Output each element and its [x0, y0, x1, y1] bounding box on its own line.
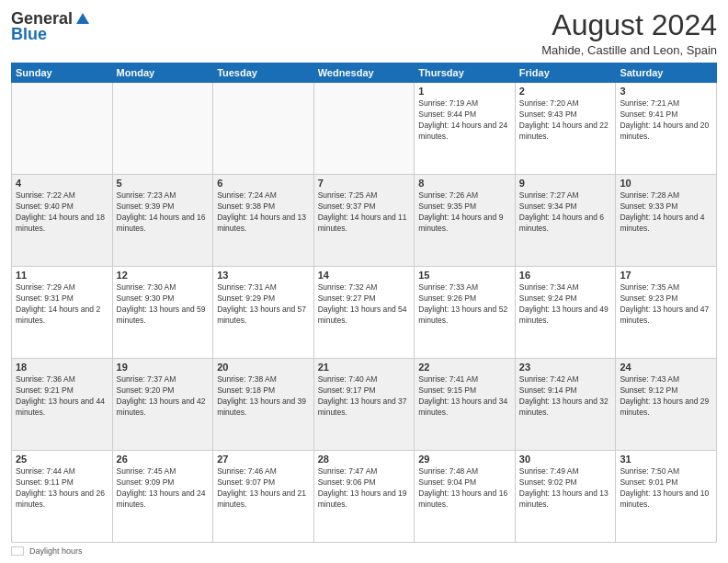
day-number: 26: [117, 454, 210, 465]
calendar-cell: 3Sunrise: 7:21 AMSunset: 9:41 PMDaylight…: [616, 83, 717, 175]
day-info: Sunrise: 7:26 AMSunset: 9:35 PMDaylight:…: [418, 190, 511, 235]
calendar-cell: [12, 83, 113, 175]
day-number: 8: [418, 178, 511, 189]
calendar-cell: 26Sunrise: 7:45 AMSunset: 9:09 PMDayligh…: [112, 451, 213, 543]
day-number: 7: [318, 178, 411, 189]
day-info: Sunrise: 7:48 AMSunset: 9:04 PMDaylight:…: [418, 466, 511, 511]
logo-blue-text: Blue: [11, 25, 47, 44]
day-header-thursday: Thursday: [415, 63, 516, 83]
footer-box: [11, 546, 24, 556]
svg-marker-0: [76, 13, 89, 24]
calendar-cell: 16Sunrise: 7:34 AMSunset: 9:24 PMDayligh…: [515, 267, 616, 359]
day-info: Sunrise: 7:49 AMSunset: 9:02 PMDaylight:…: [519, 466, 612, 511]
day-info: Sunrise: 7:43 AMSunset: 9:12 PMDaylight:…: [620, 374, 712, 419]
calendar-cell: 9Sunrise: 7:27 AMSunset: 9:34 PMDaylight…: [515, 175, 616, 267]
calendar-cell: 23Sunrise: 7:42 AMSunset: 9:14 PMDayligh…: [515, 359, 616, 451]
day-number: 1: [418, 86, 511, 97]
day-info: Sunrise: 7:27 AMSunset: 9:34 PMDaylight:…: [519, 190, 612, 235]
header-row: SundayMondayTuesdayWednesdayThursdayFrid…: [12, 63, 717, 83]
calendar-cell: 30Sunrise: 7:49 AMSunset: 9:02 PMDayligh…: [515, 451, 616, 543]
day-header-wednesday: Wednesday: [313, 63, 415, 83]
footer: Daylight hours: [11, 546, 717, 556]
calendar-cell: [112, 83, 213, 175]
calendar-cell: 24Sunrise: 7:43 AMSunset: 9:12 PMDayligh…: [616, 359, 717, 451]
calendar-cell: 4Sunrise: 7:22 AMSunset: 9:40 PMDaylight…: [12, 175, 113, 267]
calendar-cell: 15Sunrise: 7:33 AMSunset: 9:26 PMDayligh…: [415, 267, 516, 359]
day-header-monday: Monday: [112, 63, 213, 83]
day-info: Sunrise: 7:34 AMSunset: 9:24 PMDaylight:…: [519, 282, 612, 327]
calendar-cell: 10Sunrise: 7:28 AMSunset: 9:33 PMDayligh…: [616, 175, 717, 267]
day-info: Sunrise: 7:46 AMSunset: 9:07 PMDaylight:…: [217, 466, 310, 511]
day-number: 29: [418, 454, 511, 465]
day-number: 10: [620, 178, 712, 189]
calendar-cell: 12Sunrise: 7:30 AMSunset: 9:30 PMDayligh…: [112, 267, 213, 359]
day-header-tuesday: Tuesday: [213, 63, 314, 83]
calendar-cell: 22Sunrise: 7:41 AMSunset: 9:15 PMDayligh…: [415, 359, 516, 451]
calendar-week-row: 4Sunrise: 7:22 AMSunset: 9:40 PMDaylight…: [12, 175, 717, 267]
day-info: Sunrise: 7:22 AMSunset: 9:40 PMDaylight:…: [16, 190, 108, 235]
day-number: 31: [620, 454, 712, 465]
calendar-week-row: 1Sunrise: 7:19 AMSunset: 9:44 PMDaylight…: [12, 83, 717, 175]
day-number: 21: [318, 362, 411, 373]
day-number: 27: [217, 454, 310, 465]
day-number: 15: [418, 270, 511, 281]
day-header-friday: Friday: [515, 63, 616, 83]
day-info: Sunrise: 7:42 AMSunset: 9:14 PMDaylight:…: [519, 374, 612, 419]
calendar-cell: 2Sunrise: 7:20 AMSunset: 9:43 PMDaylight…: [515, 83, 616, 175]
calendar-cell: 13Sunrise: 7:31 AMSunset: 9:29 PMDayligh…: [213, 267, 314, 359]
day-info: Sunrise: 7:44 AMSunset: 9:11 PMDaylight:…: [16, 466, 108, 511]
day-number: 25: [16, 454, 108, 465]
calendar-cell: 7Sunrise: 7:25 AMSunset: 9:37 PMDaylight…: [313, 175, 415, 267]
calendar-cell: 17Sunrise: 7:35 AMSunset: 9:23 PMDayligh…: [616, 267, 717, 359]
day-number: 16: [519, 270, 612, 281]
day-info: Sunrise: 7:47 AMSunset: 9:06 PMDaylight:…: [318, 466, 411, 511]
day-number: 3: [620, 86, 712, 97]
calendar-cell: 14Sunrise: 7:32 AMSunset: 9:27 PMDayligh…: [313, 267, 415, 359]
calendar-cell: 6Sunrise: 7:24 AMSunset: 9:38 PMDaylight…: [213, 175, 314, 267]
day-info: Sunrise: 7:40 AMSunset: 9:17 PMDaylight:…: [318, 374, 411, 419]
page: General Blue August 2024 Mahide, Castill…: [0, 0, 728, 563]
calendar-cell: [213, 83, 314, 175]
day-info: Sunrise: 7:30 AMSunset: 9:30 PMDaylight:…: [117, 282, 210, 327]
calendar-week-row: 18Sunrise: 7:36 AMSunset: 9:21 PMDayligh…: [12, 359, 717, 451]
calendar-cell: 19Sunrise: 7:37 AMSunset: 9:20 PMDayligh…: [112, 359, 213, 451]
day-info: Sunrise: 7:36 AMSunset: 9:21 PMDaylight:…: [16, 374, 108, 419]
day-number: 6: [217, 178, 310, 189]
calendar-cell: 20Sunrise: 7:38 AMSunset: 9:18 PMDayligh…: [213, 359, 314, 451]
title-area: August 2024 Mahide, Castille and Leon, S…: [541, 9, 717, 57]
calendar-cell: 27Sunrise: 7:46 AMSunset: 9:07 PMDayligh…: [213, 451, 314, 543]
day-info: Sunrise: 7:25 AMSunset: 9:37 PMDaylight:…: [318, 190, 411, 235]
month-title: August 2024: [541, 9, 717, 41]
day-info: Sunrise: 7:21 AMSunset: 9:41 PMDaylight:…: [620, 98, 712, 143]
day-number: 5: [117, 178, 210, 189]
day-info: Sunrise: 7:24 AMSunset: 9:38 PMDaylight:…: [217, 190, 310, 235]
day-info: Sunrise: 7:50 AMSunset: 9:01 PMDaylight:…: [620, 466, 712, 511]
footer-label: Daylight hours: [29, 546, 83, 556]
calendar-cell: 31Sunrise: 7:50 AMSunset: 9:01 PMDayligh…: [616, 451, 717, 543]
day-header-saturday: Saturday: [616, 63, 717, 83]
calendar-cell: [313, 83, 415, 175]
day-number: 23: [519, 362, 612, 373]
day-number: 30: [519, 454, 612, 465]
day-info: Sunrise: 7:37 AMSunset: 9:20 PMDaylight:…: [117, 374, 210, 419]
day-info: Sunrise: 7:20 AMSunset: 9:43 PMDaylight:…: [519, 98, 612, 143]
day-info: Sunrise: 7:32 AMSunset: 9:27 PMDaylight:…: [318, 282, 411, 327]
day-number: 28: [318, 454, 411, 465]
day-number: 24: [620, 362, 712, 373]
calendar-cell: 25Sunrise: 7:44 AMSunset: 9:11 PMDayligh…: [12, 451, 113, 543]
header: General Blue August 2024 Mahide, Castill…: [11, 9, 717, 57]
day-number: 2: [519, 86, 612, 97]
calendar-cell: 28Sunrise: 7:47 AMSunset: 9:06 PMDayligh…: [313, 451, 415, 543]
calendar-cell: 29Sunrise: 7:48 AMSunset: 9:04 PMDayligh…: [415, 451, 516, 543]
day-info: Sunrise: 7:23 AMSunset: 9:39 PMDaylight:…: [117, 190, 210, 235]
day-info: Sunrise: 7:41 AMSunset: 9:15 PMDaylight:…: [418, 374, 511, 419]
logo: General Blue: [11, 9, 91, 44]
day-info: Sunrise: 7:29 AMSunset: 9:31 PMDaylight:…: [16, 282, 108, 327]
calendar-table: SundayMondayTuesdayWednesdayThursdayFrid…: [11, 63, 717, 543]
calendar-cell: 11Sunrise: 7:29 AMSunset: 9:31 PMDayligh…: [12, 267, 113, 359]
day-info: Sunrise: 7:33 AMSunset: 9:26 PMDaylight:…: [418, 282, 511, 327]
calendar-cell: 8Sunrise: 7:26 AMSunset: 9:35 PMDaylight…: [415, 175, 516, 267]
day-info: Sunrise: 7:38 AMSunset: 9:18 PMDaylight:…: [217, 374, 310, 419]
calendar-cell: 21Sunrise: 7:40 AMSunset: 9:17 PMDayligh…: [313, 359, 415, 451]
day-number: 9: [519, 178, 612, 189]
